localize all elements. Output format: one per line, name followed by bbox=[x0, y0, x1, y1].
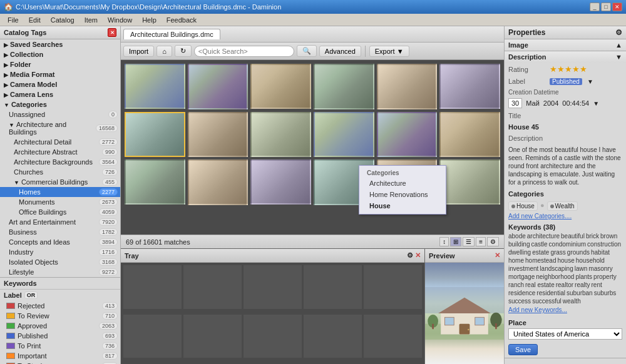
tree-architecture-buildings[interactable]: ▼Architecture and Buildings 16568 bbox=[0, 119, 120, 137]
grid-view-button[interactable]: ⊞ bbox=[450, 237, 461, 246]
kw-brick[interactable]: brick bbox=[586, 233, 599, 240]
kw-homestead[interactable]: homestead bbox=[525, 257, 556, 264]
label-published[interactable]: Published 693 bbox=[0, 331, 120, 341]
description-section-header[interactable]: Description ▼ bbox=[505, 51, 626, 63]
kw-estate[interactable]: estate bbox=[532, 249, 549, 256]
kw-rent[interactable]: rent bbox=[592, 281, 602, 288]
tray-thumb-3[interactable] bbox=[244, 265, 302, 309]
kw-ranch[interactable]: ranch bbox=[508, 281, 524, 288]
tray-thumb-2[interactable] bbox=[183, 265, 242, 309]
kw-house[interactable]: house bbox=[558, 257, 575, 264]
thumbnail-5[interactable] bbox=[377, 64, 438, 109]
kw-landscaping[interactable]: landscaping bbox=[540, 265, 573, 272]
tree-architecture-backgrounds[interactable]: Architecture Backgrounds 3564 bbox=[0, 157, 120, 167]
kw-habitat[interactable]: habitat bbox=[591, 249, 610, 256]
tray-thumb-7[interactable] bbox=[183, 315, 242, 358]
tree-monuments[interactable]: Monuments 2673 bbox=[0, 197, 120, 207]
search-input[interactable] bbox=[194, 46, 294, 57]
kw-mortgage[interactable]: mortgage bbox=[508, 273, 535, 280]
context-menu-house[interactable]: House bbox=[359, 200, 446, 211]
label-important[interactable]: Important 817 bbox=[0, 351, 120, 361]
thumbnail-3[interactable] bbox=[250, 64, 311, 109]
tree-art-entertainment[interactable]: Art and Entertainment 7920 bbox=[0, 217, 120, 227]
tree-folder[interactable]: ▶Folder bbox=[0, 59, 120, 69]
kw-castle[interactable]: castle bbox=[531, 241, 547, 248]
kw-building[interactable]: building bbox=[508, 241, 530, 248]
thumbnail-15[interactable] bbox=[250, 159, 311, 205]
label-approved[interactable]: Approved 2063 bbox=[0, 321, 120, 331]
kw-suburban[interactable]: suburban bbox=[567, 290, 593, 296]
label-rejected[interactable]: Rejected 413 bbox=[0, 301, 120, 311]
kw-realty[interactable]: realty bbox=[575, 281, 590, 288]
kw-suburbs[interactable]: suburbs bbox=[594, 290, 617, 296]
search-button[interactable]: 🔍 bbox=[297, 45, 317, 57]
tree-business[interactable]: Business 1782 bbox=[0, 227, 120, 237]
import-button[interactable]: Import bbox=[123, 46, 154, 57]
kw-abode[interactable]: abode bbox=[508, 233, 526, 240]
category-house[interactable]: House bbox=[508, 201, 538, 211]
thumbnail-9[interactable] bbox=[250, 112, 311, 157]
tree-architectural-detail[interactable]: Architectural Detail 2772 bbox=[0, 137, 120, 147]
tree-lifestyle[interactable]: Lifestyle 9272 bbox=[0, 267, 120, 277]
menu-help[interactable]: Help bbox=[137, 15, 162, 25]
tab-architectural-buildings[interactable]: Architectural Buildings.dmc bbox=[123, 29, 220, 39]
kw-home[interactable]: home bbox=[508, 257, 524, 264]
thumbnail-4[interactable] bbox=[314, 64, 374, 109]
tree-camera-model[interactable]: ▶Camera Model bbox=[0, 79, 120, 89]
tray-thumb-10[interactable] bbox=[364, 315, 422, 358]
kw-residence[interactable]: residence bbox=[508, 290, 535, 296]
tree-saved-searches[interactable]: ▶Saved Searches bbox=[0, 39, 120, 49]
context-menu-architecture[interactable]: Architecture bbox=[359, 178, 446, 189]
tree-churches[interactable]: Churches 726 bbox=[0, 167, 120, 177]
menu-edit[interactable]: Edit bbox=[24, 15, 46, 25]
label-dropdown-icon[interactable]: ▼ bbox=[587, 78, 593, 85]
menu-feedback[interactable]: Feedback bbox=[162, 15, 202, 25]
category-wealth[interactable]: Wealth bbox=[547, 201, 578, 211]
menu-file[interactable]: File bbox=[3, 15, 24, 25]
kw-investment[interactable]: investment bbox=[508, 265, 538, 272]
tree-camera-lens[interactable]: ▶Camera Lens bbox=[0, 89, 120, 99]
context-menu-home-renovations[interactable]: Home Renovations bbox=[359, 189, 446, 200]
tray-settings-icon[interactable]: ⚙ bbox=[407, 251, 413, 260]
tray-thumb-1[interactable] bbox=[123, 265, 182, 309]
thumbnail-18[interactable] bbox=[439, 159, 500, 205]
label-to-print[interactable]: To Print 736 bbox=[0, 341, 120, 351]
preview-close-icon[interactable]: ✕ bbox=[495, 251, 500, 260]
kw-grounds[interactable]: grounds bbox=[567, 249, 590, 256]
label-to-review[interactable]: To Review 710 bbox=[0, 311, 120, 321]
menu-catalog[interactable]: Catalog bbox=[46, 15, 80, 25]
maximize-button[interactable]: □ bbox=[601, 3, 611, 11]
kw-masonry[interactable]: masonry bbox=[588, 265, 612, 272]
tree-concepts-ideas[interactable]: Concepts and Ideas 3894 bbox=[0, 237, 120, 247]
thumbnail-11[interactable] bbox=[377, 112, 438, 158]
tree-collection[interactable]: ▶Collection bbox=[0, 49, 120, 59]
menu-item[interactable]: Item bbox=[80, 15, 103, 25]
add-categories-link[interactable]: Add new Categories.... bbox=[505, 213, 626, 221]
tray-thumb-9[interactable] bbox=[304, 315, 362, 358]
kw-real-estate[interactable]: real estate bbox=[525, 281, 555, 288]
tray-close-icon[interactable]: ✕ bbox=[415, 251, 421, 260]
kw-dwelling[interactable]: dwelling bbox=[508, 249, 531, 256]
image-section-header[interactable]: Image ▲ bbox=[505, 39, 626, 51]
kw-realtor[interactable]: realtor bbox=[556, 281, 573, 288]
kw-condominium[interactable]: condominium bbox=[549, 241, 586, 248]
thumbnail-13[interactable] bbox=[125, 159, 185, 205]
label-to-stocks[interactable]: To Stocks 135 bbox=[0, 361, 120, 364]
advanced-button[interactable]: Advanced bbox=[319, 46, 361, 57]
tree-commercial-buildings[interactable]: ▼Commercial Buildings 455 bbox=[0, 177, 120, 187]
kw-brown[interactable]: brown bbox=[600, 233, 617, 240]
rating-stars[interactable]: ★★★★★ bbox=[550, 64, 587, 74]
kw-beautiful[interactable]: beautiful bbox=[561, 233, 585, 240]
kw-household[interactable]: household bbox=[576, 257, 605, 264]
kw-success[interactable]: success bbox=[508, 298, 531, 305]
tray-thumb-5[interactable] bbox=[364, 265, 422, 309]
tree-isolated-objects[interactable]: Isolated Objects 3168 bbox=[0, 257, 120, 267]
properties-settings-icon[interactable]: ⚙ bbox=[615, 28, 622, 37]
kw-plants[interactable]: plants bbox=[575, 273, 592, 280]
thumbnail-6[interactable] bbox=[439, 64, 500, 109]
detail-view-button[interactable]: ☰ bbox=[463, 237, 475, 246]
tree-office-buildings[interactable]: Office Buildings 4059 bbox=[0, 207, 120, 217]
refresh-button[interactable]: ↻ bbox=[175, 45, 192, 57]
thumbnail-8[interactable] bbox=[188, 112, 249, 158]
kw-architecture[interactable]: architecture bbox=[527, 233, 560, 240]
